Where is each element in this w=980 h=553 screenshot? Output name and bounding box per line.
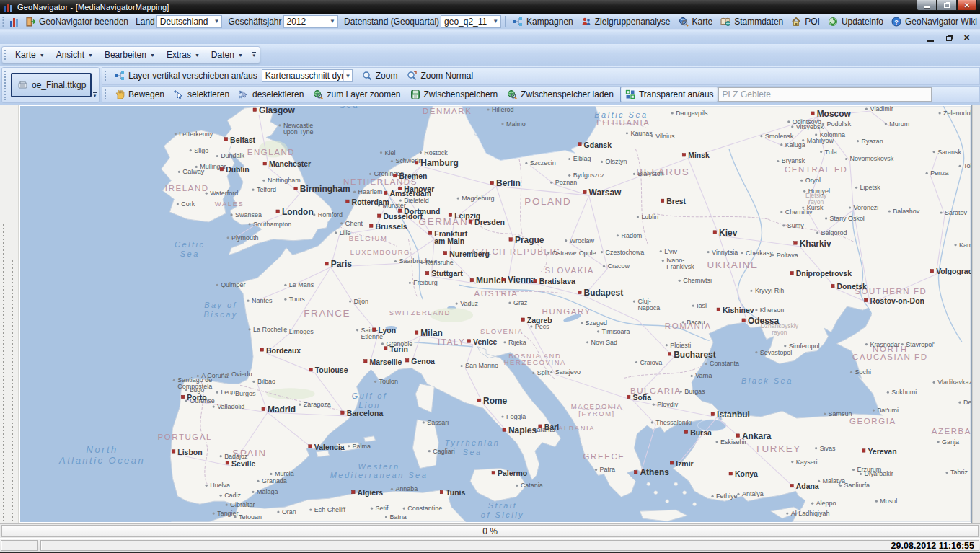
country-label: PORTUGAL [158, 433, 213, 441]
city-label: Stariy Oskol [830, 215, 865, 222]
zoom-normal-button[interactable]: Zoom Normal [402, 68, 477, 84]
city-marker [586, 341, 588, 343]
document-toolbars: oe_Final.ttkgp ▼ Layer vertikal verschie… [0, 66, 980, 105]
city-label: Tetouan [239, 513, 262, 521]
city-marker [633, 301, 635, 303]
city-label: Nuremberg [449, 250, 490, 258]
map-canvas[interactable]: SeaBaltic SeaCelticSeaBay ofBiscayNorthA… [20, 106, 971, 522]
city-label: Telford [257, 186, 276, 193]
exit-door-icon [25, 16, 36, 27]
city-marker [661, 199, 663, 202]
city-marker [467, 340, 470, 342]
city-label: Toulouse [315, 366, 348, 374]
city-label: Glasgow [259, 106, 296, 115]
city-label: Novi Sad [591, 339, 617, 346]
row2-grip[interactable] [104, 89, 107, 101]
city-marker [787, 120, 790, 123]
main-toolbar: GeoNavigator beenden Land Deutschland ▼ … [0, 14, 980, 30]
toolbar-grip[interactable] [2, 16, 5, 27]
file-toolbar-overflow[interactable]: ▼ [91, 89, 99, 102]
city-label: Podol'sk [827, 120, 852, 128]
country-label: GEORGIA [849, 417, 896, 425]
city-label: Al Ladhiqiyah [791, 510, 830, 517]
city-marker [263, 162, 266, 164]
country-label: TURKEY [755, 443, 801, 454]
select-button[interactable]: selektieren [169, 87, 234, 102]
city-marker [939, 112, 941, 114]
poi-button[interactable]: POI [787, 15, 823, 28]
mdi-minimize-button[interactable] [924, 32, 937, 42]
restore-icon [946, 36, 952, 41]
stammdaten-label: Stammdaten [734, 17, 783, 27]
close-button[interactable]: ✕ [957, 0, 977, 11]
title-bar: GeoNavigator - [MediaNavigatorMapping] ✕ [0, 0, 980, 14]
menu-daten[interactable]: Daten▼ [206, 48, 249, 62]
deselect-button[interactable]: deselektieren [234, 87, 308, 102]
city-marker [525, 162, 527, 164]
karte-button[interactable]: Karte [675, 15, 716, 28]
mdi-restore-button[interactable] [943, 32, 955, 42]
restore-button[interactable] [937, 0, 957, 11]
city-label: Donetsk [837, 283, 867, 291]
dock-grip[interactable] [11, 260, 14, 522]
city-marker [705, 363, 707, 365]
toolbar-overflow-button[interactable]: ▼ [250, 48, 258, 61]
city-marker [671, 112, 674, 114]
zielgruppenanalyse-button[interactable]: Zielgruppenanalyse [578, 15, 674, 28]
country-label: CENTRAL FD [785, 165, 847, 174]
year-combobox[interactable]: 2012 ▼ [283, 15, 338, 28]
city-marker [516, 485, 518, 487]
row1-grip[interactable] [104, 70, 107, 82]
exit-button[interactable]: GeoNavigator beenden [22, 15, 131, 28]
file-toolbar-grip[interactable] [4, 70, 7, 100]
quarter-combobox[interactable]: geo_q2_11 ▼ [441, 15, 501, 28]
zoom-layer-button[interactable]: zum Layer zoomen [308, 87, 405, 102]
stammdaten-button[interactable]: Stammdaten [717, 15, 786, 28]
viewport-combobox[interactable]: Kartenausschnitt dynamis ▼ [262, 69, 353, 82]
city-marker [875, 500, 878, 503]
city-marker [831, 284, 834, 287]
mdi-close-button[interactable]: ✕ [961, 32, 973, 42]
master-data-icon [720, 16, 731, 27]
city-label: Kishinev [723, 306, 754, 314]
menu-bearbeiten[interactable]: Bearbeiten▼ [99, 48, 161, 62]
minimize-button[interactable] [917, 0, 937, 11]
transparent-toggle-button[interactable]: Transparent an/aus [620, 87, 718, 102]
layer-toggle-button[interactable]: Layer vertikal verschieben an/aus [110, 68, 262, 84]
city-label: Rostock [424, 149, 448, 156]
menu-karte[interactable]: Karte▼ [9, 48, 50, 62]
plz-search-input[interactable] [718, 87, 932, 102]
close-icon: ✕ [964, 1, 970, 9]
updateinfo-button[interactable]: Updateinfo [824, 15, 886, 28]
cache-save-label: Zwischenspeichern [424, 89, 498, 99]
city-marker [260, 348, 263, 351]
city-label: Le Mans [289, 281, 314, 288]
city-marker [755, 309, 757, 311]
kampagnen-button[interactable]: Kampagnen [509, 15, 576, 28]
zoom-button[interactable]: Zoom [357, 68, 402, 84]
city-marker [220, 495, 222, 497]
city-marker [568, 174, 570, 177]
move-button[interactable]: Bewegen [110, 87, 169, 102]
menu-extras[interactable]: Extras▼ [161, 48, 206, 62]
wiki-button[interactable]: ? GeoNavigator Wiki [888, 15, 980, 28]
city-label: Minsk [688, 152, 710, 160]
city-marker [226, 461, 229, 464]
city-marker [371, 508, 373, 510]
file-tab[interactable]: oe_Final.ttkgp [11, 73, 92, 97]
city-marker [477, 399, 480, 402]
city-marker [926, 172, 928, 174]
menu-grip[interactable] [4, 49, 7, 61]
transparent-grid-icon [624, 89, 636, 100]
dock-grip[interactable] [2, 224, 6, 522]
city-marker [461, 365, 463, 367]
city-marker [449, 213, 451, 216]
cache-load-button[interactable]: Zwischenspeicher laden [502, 87, 618, 102]
city-label: Nantes [252, 297, 273, 304]
land-combobox[interactable]: Deutschland ▼ [156, 15, 223, 28]
cache-save-button[interactable]: Zwischenspeichern [405, 87, 503, 102]
menu-ansicht[interactable]: Ansicht▼ [50, 48, 99, 62]
city-marker [707, 251, 710, 253]
menu-label: Extras [167, 50, 191, 60]
right-gap [972, 105, 980, 523]
